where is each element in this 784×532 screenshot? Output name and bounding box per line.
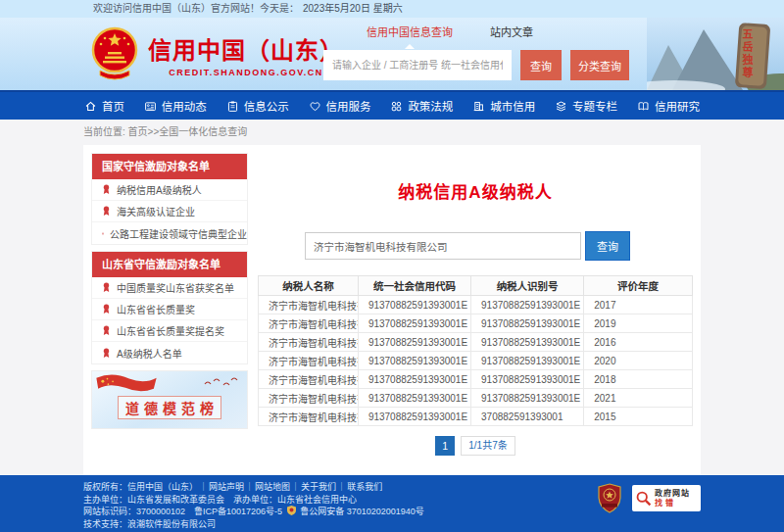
sidebar-item-china-quality-award[interactable]: 中国质量奖山东省获奖名单 xyxy=(92,277,247,299)
footer-link-about[interactable]: 关于我们 xyxy=(290,482,336,492)
credit-research-icon xyxy=(637,100,650,113)
site-logo[interactable]: 信用中国（山东） CREDIT.SHANDONG.GOV.CN xyxy=(90,26,344,81)
police-registration-text: 鲁公网安备 37010202001940号 xyxy=(300,507,424,516)
cell-credit-code: 91370882591393001E xyxy=(358,408,470,426)
table-row: 济宁市海智机电科技有限公司 91370882591393001E 9137088… xyxy=(259,370,693,389)
nav-item-special-topics[interactable]: 专题专栏 xyxy=(555,98,617,114)
cell-credit-code: 91370882591393001E xyxy=(358,389,470,408)
cell-taxpayer-id: 91370882591393001E xyxy=(471,389,584,408)
page: 欢迎访问信用中国（山东）官方网站！今天是：2023年5月20日 星期六 信用中国… xyxy=(0,0,784,532)
cell-credit-code: 91370882591393001E xyxy=(358,296,470,314)
nav-label: 信息公示 xyxy=(244,98,289,114)
category-query-button[interactable]: 分类查询 xyxy=(570,50,629,80)
cell-taxpayer-name: 济宁市海智机电科技有限公司 xyxy=(259,314,359,333)
footer-link-statement[interactable]: 网站声明 xyxy=(198,482,244,492)
footer-badges: 政府网站 找错 xyxy=(597,483,701,513)
page-title: 纳税信用A级纳税人 xyxy=(258,178,693,203)
col-eval-year: 评价年度 xyxy=(584,276,693,296)
sidebar-section-national: 国家守信激励对象名单 纳税信用A级纳税人 海关高级认证企业 公路工程建设领域守信… xyxy=(91,153,248,245)
police-badge-icon xyxy=(287,506,296,515)
cell-taxpayer-name: 济宁市海智机电科技有限公司 xyxy=(259,333,359,352)
cell-taxpayer-name: 济宁市海智机电科技有限公司 xyxy=(259,408,359,426)
current-date: 2023年5月20日 星期六 xyxy=(303,3,403,14)
sidebar-item-a-level-taxpayer-list[interactable]: A级纳税人名单 xyxy=(92,342,247,363)
cell-taxpayer-name: 济宁市海智机电科技有限公司 xyxy=(259,370,359,389)
footer-link-sitemap[interactable]: 网站地图 xyxy=(244,482,290,492)
nav-item-policy[interactable]: 政策法规 xyxy=(390,98,453,114)
main-panel: 纳税信用A级纳税人 查询 纳税人名称 统一社会信用代码 纳税人识别号 评价年度 xyxy=(258,153,693,467)
nav-item-info-publicity[interactable]: 信息公示 xyxy=(226,98,289,114)
col-taxpayer-name: 纳税人名称 xyxy=(259,276,359,296)
sidebar-item-highway-engineering[interactable]: 公路工程建设领域守信典型企业 xyxy=(92,222,247,244)
record-shield-icon[interactable] xyxy=(597,483,622,513)
breadcrumb-current: 全国一体化信息查询 xyxy=(159,126,247,137)
info-publicity-icon xyxy=(226,100,239,113)
cell-credit-code: 91370882591393001E xyxy=(358,314,470,333)
gov-site-error-badge[interactable]: 政府网站 找错 xyxy=(632,485,701,511)
nav-item-credit-service[interactable]: 信用服务 xyxy=(309,98,371,114)
sidebar-section-title: 山东省守信激励对象名单 xyxy=(92,252,247,277)
sidebar-item-label: 公路工程建设领域守信典型企业 xyxy=(110,226,247,241)
sidebar-item-label: 山东省省长质量奖 xyxy=(117,302,195,316)
moral-model-banner[interactable]: 道德模范榜 xyxy=(91,370,248,429)
nav-label: 信用服务 xyxy=(326,98,371,114)
table-row: 济宁市海智机电科技有限公司 91370882591393001E 3708825… xyxy=(259,408,693,426)
medal-icon xyxy=(102,228,104,239)
footer-link-contact[interactable]: 联系我们 xyxy=(336,482,382,492)
nav-item-home[interactable]: 首页 xyxy=(84,98,124,114)
main-search: 查询 xyxy=(305,232,693,260)
cell-eval-year: 2020 xyxy=(584,352,693,370)
cell-taxpayer-name: 济宁市海智机电科技有限公司 xyxy=(259,389,359,408)
main-query-button[interactable]: 查询 xyxy=(585,231,630,261)
medal-icon xyxy=(102,184,111,195)
sidebar-item-label: A级纳税人名单 xyxy=(117,346,182,361)
cell-eval-year: 2019 xyxy=(584,314,693,333)
national-emblem-icon xyxy=(90,26,139,81)
nav-item-city-credit[interactable]: 城市信用 xyxy=(472,98,535,114)
table-row: 济宁市海智机电科技有限公司 91370882591393001E 9137088… xyxy=(259,296,693,314)
medal-icon xyxy=(102,304,111,314)
cell-eval-year: 2016 xyxy=(584,333,693,352)
cell-credit-code: 91370882591393001E xyxy=(358,333,470,352)
sidebar-item-tax-credit-a[interactable]: 纳税信用A级纳税人 xyxy=(92,179,247,201)
medal-icon xyxy=(102,325,111,336)
sidebar-item-governor-quality-nomination[interactable]: 山东省省长质量奖提名奖 xyxy=(92,320,247,342)
sidebar-item-customs-certified[interactable]: 海关高级认证企业 xyxy=(92,201,247,222)
table-header-row: 纳税人名称 统一社会信用代码 纳税人识别号 评价年度 xyxy=(259,276,693,296)
tab-credit-info-query[interactable]: 信用中国信息查询 xyxy=(367,24,453,39)
table-row: 济宁市海智机电科技有限公司 91370882591393001E 9137088… xyxy=(259,352,693,370)
nav-label: 城市信用 xyxy=(490,98,535,114)
search-tabs: 信用中国信息查询 站内文章 xyxy=(323,22,639,41)
sidebar-item-label: 山东省省长质量奖提名奖 xyxy=(117,323,224,338)
sidebar-item-label: 中国质量奖山东省获奖名单 xyxy=(117,280,234,295)
header-query-button[interactable]: 查询 xyxy=(520,50,562,80)
cell-taxpayer-id: 370882591393001 xyxy=(471,408,584,426)
nav-item-credit-news[interactable]: 信用动态 xyxy=(144,98,207,114)
welcome-text: 欢迎访问信用中国（山东）官方网站！今天是： xyxy=(93,3,299,14)
policy-icon xyxy=(390,100,403,113)
nav-inner: 首页 信用动态 信息公示 信用服务 政策法规 城市信用 xyxy=(84,92,700,120)
company-search-input[interactable] xyxy=(305,232,581,260)
table-row: 济宁市海智机电科技有限公司 91370882591393001E 9137088… xyxy=(259,389,693,408)
page-summary[interactable]: 1/1共7条 xyxy=(461,436,514,456)
header-search-input[interactable] xyxy=(323,50,512,80)
header-search-row: 查询 分类查询 xyxy=(323,50,639,80)
cell-eval-year: 2015 xyxy=(584,408,693,426)
nav-label: 信用研究 xyxy=(655,98,700,114)
sidebar-item-label: 海关高级认证企业 xyxy=(117,204,195,218)
taxpayer-table: 纳税人名称 统一社会信用代码 纳税人识别号 评价年度 济宁市海智机电科技有限公司… xyxy=(258,275,693,426)
tab-site-articles[interactable]: 站内文章 xyxy=(490,24,533,39)
sidebar-item-governor-quality-award[interactable]: 山东省省长质量奖 xyxy=(92,299,247,320)
breadcrumb-home-link[interactable]: 首页 xyxy=(128,126,148,137)
col-credit-code: 统一社会信用代码 xyxy=(358,276,470,296)
page-number-1[interactable]: 1 xyxy=(435,436,455,456)
taishan-photo: 五岳独尊 xyxy=(647,18,784,90)
content-wrap: 国家守信激励对象名单 纳税信用A级纳税人 海关高级认证企业 公路工程建设领域守信… xyxy=(0,145,784,475)
col-taxpayer-id: 纳税人识别号 xyxy=(471,276,584,296)
credit-service-icon xyxy=(309,100,321,113)
sidebar-section-title: 国家守信激励对象名单 xyxy=(92,154,247,179)
logo-text: 信用中国（山东） CREDIT.SHANDONG.GOV.CN xyxy=(148,31,344,77)
nav-item-credit-research[interactable]: 信用研究 xyxy=(637,98,700,114)
find-error-magnifier-icon xyxy=(635,490,652,507)
nav-label: 政策法规 xyxy=(408,98,453,114)
